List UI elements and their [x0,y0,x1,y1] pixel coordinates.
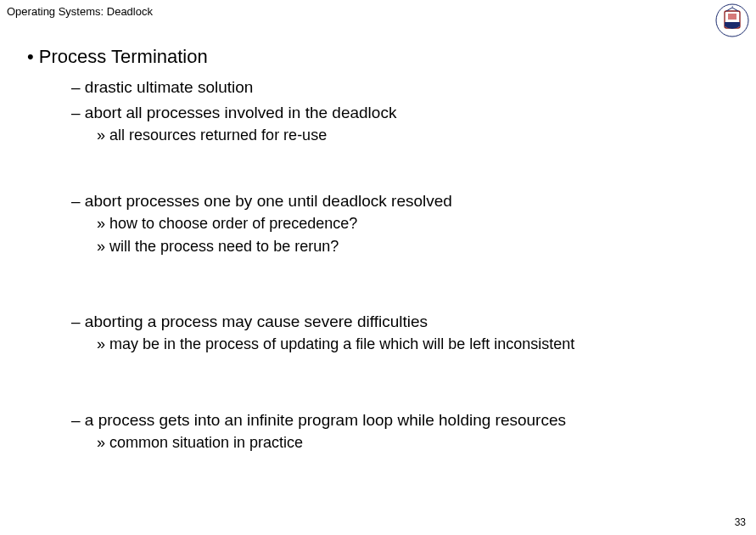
svg-rect-2 [728,14,736,20]
slide-content: • Process Termination – drastic ultimate… [27,46,739,455]
bullet-main: • Process Termination [27,46,739,68]
bullet-sub-text: aborting a process may cause severe diff… [85,313,428,330]
bullet-sub-text: abort processes one by one until deadloc… [85,192,452,210]
bullet-subsub-text: all resources returned for re-use [109,127,327,144]
svg-text:✦: ✦ [731,5,734,8]
bullet-main-text: Process Termination [39,46,208,67]
bullet-dot-icon: • [27,46,34,67]
bullet-subsub: » may be in the process of updating a fi… [97,334,739,354]
bullet-subsub-text: will the process need to be rerun? [109,238,339,255]
bullet-sub: – aborting a process may cause severe di… [71,311,739,333]
bullet-sub: – abort all processes involved in the de… [71,102,739,124]
dash-icon: – [71,313,81,330]
dash-icon: – [71,78,81,96]
bullet-subsub-text: may be in the process of updating a file… [109,335,574,352]
bullet-subsub: » common situation in practice [97,432,739,453]
bullet-sub: – drastic ultimate solution [71,76,739,99]
page-number: 33 [735,516,746,528]
bullet-subsub-text: how to choose order of precedence? [109,215,357,232]
dash-icon: – [71,411,81,429]
bullet-sub-text: abort all processes involved in the dead… [85,104,397,121]
bullet-sub-text: drastic ultimate solution [85,78,254,96]
raquo-icon: » [97,335,105,352]
raquo-icon: » [97,127,105,144]
dash-icon: – [71,192,81,210]
dash-icon: – [71,104,81,121]
raquo-icon: » [97,238,105,255]
bullet-sub: – abort processes one by one until deadl… [71,190,739,212]
raquo-icon: » [97,215,105,232]
university-crest-icon: ✦ [715,3,749,37]
bullet-sub-text: a process gets into an infinite program … [85,411,566,429]
bullet-subsub-text: common situation in practice [109,434,303,451]
bullet-subsub: » will the process need to be rerun? [97,236,739,256]
bullet-subsub: » all resources returned for re-use [97,125,739,145]
bullet-subsub: » how to choose order of precedence? [97,213,739,234]
bullet-sub: – a process gets into an infinite progra… [71,409,739,431]
raquo-icon: » [97,434,105,451]
slide-header: Operating Systems: Deadlock [7,5,153,18]
